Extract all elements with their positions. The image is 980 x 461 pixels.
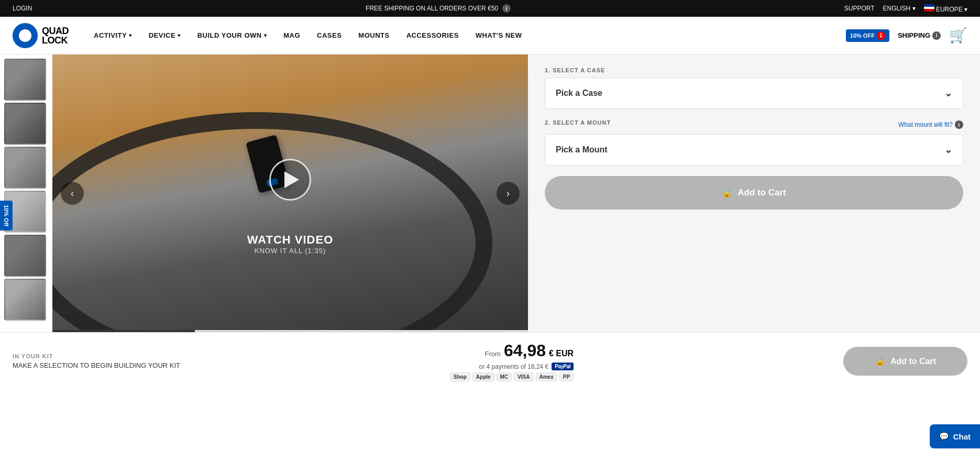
logo-inner-circle [19, 29, 31, 42]
case-placeholder: Pick a Case [556, 89, 602, 98]
mount-chevron-icon: ⌄ [944, 144, 952, 156]
video-subtitle: KNOW IT ALL (1:35) [247, 247, 334, 255]
chevron-down-icon: ▾ [129, 32, 132, 38]
installment-text: or 4 payments of 16,24 € [479, 363, 549, 370]
play-button[interactable] [269, 159, 311, 201]
mount-info-icon[interactable]: i [955, 120, 963, 129]
discount-pill-label: 10% Off [3, 205, 9, 226]
nav-item-whats-new[interactable]: WHAT'S NEW [467, 17, 531, 54]
price-from-label: From [485, 350, 501, 358]
step2-label: 2. SELECT A MOUNT [545, 119, 611, 126]
case-selector[interactable]: Pick a Case ⌄ [545, 78, 963, 109]
cart-icon[interactable]: 🛒 [949, 27, 967, 44]
region-selector[interactable]: EUROPE ▾ [924, 4, 967, 13]
video-label: WATCH VIDEO KNOW IT ALL (1:35) [247, 233, 334, 255]
payment-applepay: Apple [472, 372, 494, 381]
payment-icons: Shop Apple MC VISA Amex PP [450, 372, 574, 381]
product-image-area: ‹ › WATCH VIDEO KNOW IT ALL (1:35) [52, 54, 528, 332]
shipping-info-icon[interactable]: i [502, 4, 511, 13]
logo[interactable]: QUAD LOCK [13, 23, 69, 48]
top-bar: LOGIN FREE SHIPPING ON ALL ORDERS OVER €… [0, 0, 980, 17]
right-panel: 1. SELECT A CASE Pick a Case ⌄ 2. SELECT… [528, 54, 980, 332]
flag-icon [924, 4, 934, 12]
price-row: From 64,98 € EUR [485, 341, 574, 360]
logo-circle [13, 23, 38, 48]
shipping-text: FREE SHIPPING ON ALL ORDERS OVER €50 [366, 5, 498, 12]
next-button[interactable]: › [497, 182, 520, 205]
nav-item-mounts[interactable]: MOUNTS [350, 17, 398, 54]
progress-bar [52, 330, 528, 332]
logo-text: QUAD LOCK [42, 26, 69, 45]
chevron-down-icon: ▾ [264, 32, 267, 38]
product-thumbnails [0, 54, 52, 332]
bottom-lock-icon: 🔒 [875, 356, 885, 366]
mount-placeholder: Pick a Mount [556, 145, 608, 155]
pricing-block: From 64,98 € EUR or 4 payments of 16,24 … [450, 341, 574, 381]
nav-item-activity[interactable]: ACTIVITY ▾ [85, 17, 140, 54]
nav-item-cases[interactable]: CASES [309, 17, 350, 54]
add-to-cart-bottom-label: Add to Cart [890, 357, 936, 366]
paypal-row: or 4 payments of 16,24 € PayPal [479, 363, 574, 370]
payment-amex: Amex [536, 372, 557, 381]
nav-item-accessories[interactable]: ACCESSORIES [398, 17, 467, 54]
badge-count: 1 [877, 31, 885, 40]
discount-badge[interactable]: 10% OFF 1 [846, 29, 889, 42]
header: QUAD LOCK ACTIVITY ▾ DEVICE ▾ BUILD YOUR… [0, 17, 980, 54]
nav-item-device[interactable]: DEVICE ▾ [140, 17, 189, 54]
add-to-cart-top-label: Add to Cart [737, 188, 786, 198]
payment-paypal: PP [559, 372, 574, 381]
thumbnail-2[interactable] [4, 103, 46, 145]
lock-icon: 🔒 [722, 188, 732, 198]
progress-bar-fill [52, 330, 195, 332]
thumbnail-3[interactable] [4, 147, 46, 189]
main-nav: ACTIVITY ▾ DEVICE ▾ BUILD YOUR OWN ▾ MAG… [85, 17, 846, 54]
kit-label: IN YOUR KIT [13, 353, 180, 359]
what-mount-link[interactable]: What mount will fit? i [898, 120, 963, 129]
add-to-cart-top-button[interactable]: 🔒 Add to Cart [545, 176, 963, 210]
video-title: WATCH VIDEO [247, 233, 334, 247]
payment-mastercard: MC [497, 372, 512, 381]
nav-item-mag[interactable]: MAG [275, 17, 309, 54]
step1-label: 1. SELECT A CASE [545, 67, 963, 73]
top-bar-right: SUPPORT ENGLISH ▾ EUROPE ▾ [844, 4, 967, 13]
language-selector[interactable]: ENGLISH ▾ [883, 5, 916, 12]
discount-pill[interactable]: 10% Off [0, 201, 13, 230]
header-right: 10% OFF 1 SHIPPING i 🛒 [846, 27, 967, 44]
shipping-header-label[interactable]: SHIPPING i [898, 31, 941, 40]
thumbnail-5[interactable] [4, 235, 46, 277]
payment-shoppay: Shop [450, 372, 470, 381]
support-link[interactable]: SUPPORT [844, 5, 875, 12]
add-to-cart-bottom-button[interactable]: 🔒 Add to Cart [843, 347, 967, 376]
chevron-down-icon: ▾ [178, 32, 181, 38]
payment-visa: VISA [514, 372, 533, 381]
shipping-banner: FREE SHIPPING ON ALL ORDERS OVER €50 i [366, 4, 511, 13]
prev-button[interactable]: ‹ [61, 182, 84, 205]
step2-header: 2. SELECT A MOUNT What mount will fit? i [545, 119, 963, 130]
case-chevron-icon: ⌄ [944, 87, 952, 99]
mount-selector[interactable]: Pick a Mount ⌄ [545, 134, 963, 166]
play-triangle-icon [284, 171, 299, 188]
paypal-logo: PayPal [552, 363, 574, 370]
login-link[interactable]: LOGIN [13, 5, 32, 12]
thumbnail-1[interactable] [4, 59, 46, 101]
bottom-strip: IN YOUR KIT MAKE A SELECTION TO BEGIN BU… [0, 332, 980, 390]
price-currency: € EUR [549, 349, 574, 358]
kit-sublabel: MAKE A SELECTION TO BEGIN BUILDING YOUR … [13, 361, 180, 369]
thumbnail-6[interactable] [4, 279, 46, 321]
nav-item-build[interactable]: BUILD YOUR OWN ▾ [189, 17, 276, 54]
shipping-header-info-icon[interactable]: i [932, 31, 941, 40]
price-value: 64,98 [504, 341, 546, 360]
main-content: ‹ › WATCH VIDEO KNOW IT ALL (1:35) 1. SE… [0, 54, 980, 332]
kit-info: IN YOUR KIT MAKE A SELECTION TO BEGIN BU… [13, 353, 180, 369]
